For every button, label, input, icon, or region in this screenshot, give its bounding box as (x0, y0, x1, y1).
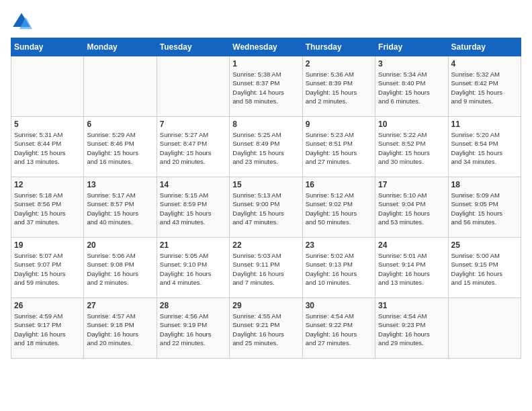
day-info: Sunrise: 5:23 AM Sunset: 8:51 PM Dayligh… (306, 130, 372, 166)
calendar-header: SundayMondayTuesdayWednesdayThursdayFrid… (11, 38, 521, 56)
day-info: Sunrise: 5:05 AM Sunset: 9:10 PM Dayligh… (160, 251, 226, 287)
day-info: Sunrise: 4:55 AM Sunset: 9:21 PM Dayligh… (232, 312, 299, 347)
table-row: 20Sunrise: 5:06 AM Sunset: 9:08 PM Dayli… (84, 238, 157, 298)
table-row: 1Sunrise: 5:38 AM Sunset: 8:37 PM Daylig… (230, 56, 302, 117)
day-info: Sunrise: 5:10 AM Sunset: 9:04 PM Dayligh… (378, 191, 445, 226)
table-row: 2Sunrise: 5:36 AM Sunset: 8:39 PM Daylig… (302, 56, 375, 117)
week-row-2: 5Sunrise: 5:31 AM Sunset: 8:44 PM Daylig… (11, 117, 521, 177)
day-number: 10 (378, 120, 445, 129)
calendar-body: 1Sunrise: 5:38 AM Sunset: 8:37 PM Daylig… (11, 56, 521, 359)
table-row (11, 56, 84, 117)
table-row: 16Sunrise: 5:12 AM Sunset: 9:02 PM Dayli… (302, 177, 375, 238)
day-number: 27 (87, 301, 153, 310)
day-info: Sunrise: 5:17 AM Sunset: 8:57 PM Dayligh… (87, 191, 153, 226)
weekday-header-friday: Friday (375, 38, 448, 56)
table-row: 15Sunrise: 5:13 AM Sunset: 9:00 PM Dayli… (230, 177, 302, 238)
table-row: 5Sunrise: 5:31 AM Sunset: 8:44 PM Daylig… (11, 117, 84, 177)
day-number: 23 (306, 240, 372, 250)
day-info: Sunrise: 5:12 AM Sunset: 9:02 PM Dayligh… (306, 191, 372, 226)
day-number: 12 (14, 180, 81, 189)
day-number: 13 (87, 180, 153, 189)
table-row: 4Sunrise: 5:32 AM Sunset: 8:42 PM Daylig… (448, 56, 521, 117)
logo-icon (11, 11, 32, 32)
day-number: 24 (378, 240, 445, 250)
day-number: 6 (87, 120, 153, 129)
day-info: Sunrise: 5:07 AM Sunset: 9:07 PM Dayligh… (14, 251, 81, 287)
table-row: 26Sunrise: 4:59 AM Sunset: 9:17 PM Dayli… (11, 298, 84, 359)
table-row: 17Sunrise: 5:10 AM Sunset: 9:04 PM Dayli… (375, 177, 448, 238)
day-info: Sunrise: 4:54 AM Sunset: 9:23 PM Dayligh… (378, 312, 445, 347)
day-number: 2 (306, 59, 372, 68)
week-row-5: 26Sunrise: 4:59 AM Sunset: 9:17 PM Dayli… (11, 298, 521, 359)
day-number: 9 (306, 120, 372, 129)
table-row: 18Sunrise: 5:09 AM Sunset: 9:05 PM Dayli… (448, 177, 521, 238)
weekday-header-wednesday: Wednesday (230, 38, 302, 56)
table-row: 21Sunrise: 5:05 AM Sunset: 9:10 PM Dayli… (157, 238, 229, 298)
table-row: 6Sunrise: 5:29 AM Sunset: 8:46 PM Daylig… (84, 117, 157, 177)
table-row: 25Sunrise: 5:00 AM Sunset: 9:15 PM Dayli… (448, 238, 521, 298)
day-number: 7 (160, 120, 226, 129)
day-number: 18 (451, 180, 518, 189)
day-number: 29 (232, 301, 299, 310)
table-row: 12Sunrise: 5:18 AM Sunset: 8:56 PM Dayli… (11, 177, 84, 238)
day-info: Sunrise: 5:32 AM Sunset: 8:42 PM Dayligh… (451, 70, 518, 105)
weekday-header-row: SundayMondayTuesdayWednesdayThursdayFrid… (11, 38, 521, 56)
day-info: Sunrise: 4:54 AM Sunset: 9:22 PM Dayligh… (306, 312, 372, 347)
table-row: 31Sunrise: 4:54 AM Sunset: 9:23 PM Dayli… (375, 298, 448, 359)
day-number: 26 (14, 301, 81, 310)
table-row: 3Sunrise: 5:34 AM Sunset: 8:40 PM Daylig… (375, 56, 448, 117)
day-info: Sunrise: 5:38 AM Sunset: 8:37 PM Dayligh… (232, 70, 299, 105)
table-row: 24Sunrise: 5:01 AM Sunset: 9:14 PM Dayli… (375, 238, 448, 298)
day-number: 3 (378, 59, 445, 68)
table-row: 22Sunrise: 5:03 AM Sunset: 9:11 PM Dayli… (230, 238, 302, 298)
day-info: Sunrise: 5:00 AM Sunset: 9:15 PM Dayligh… (451, 251, 518, 287)
day-number: 5 (14, 120, 81, 129)
day-info: Sunrise: 5:36 AM Sunset: 8:39 PM Dayligh… (306, 70, 372, 105)
weekday-header-thursday: Thursday (302, 38, 375, 56)
day-number: 8 (232, 120, 299, 129)
day-info: Sunrise: 5:25 AM Sunset: 8:49 PM Dayligh… (232, 130, 299, 166)
day-info: Sunrise: 4:59 AM Sunset: 9:17 PM Dayligh… (14, 312, 81, 347)
table-row: 13Sunrise: 5:17 AM Sunset: 8:57 PM Dayli… (84, 177, 157, 238)
day-info: Sunrise: 5:02 AM Sunset: 9:13 PM Dayligh… (306, 251, 372, 287)
day-info: Sunrise: 5:20 AM Sunset: 8:54 PM Dayligh… (451, 130, 518, 166)
day-info: Sunrise: 5:22 AM Sunset: 8:52 PM Dayligh… (378, 130, 445, 166)
day-info: Sunrise: 5:34 AM Sunset: 8:40 PM Dayligh… (378, 70, 445, 105)
day-number: 15 (232, 180, 299, 189)
day-number: 31 (378, 301, 445, 310)
day-info: Sunrise: 5:29 AM Sunset: 8:46 PM Dayligh… (87, 130, 153, 166)
table-row (157, 56, 229, 117)
day-info: Sunrise: 5:15 AM Sunset: 8:59 PM Dayligh… (160, 191, 226, 226)
week-row-3: 12Sunrise: 5:18 AM Sunset: 8:56 PM Dayli… (11, 177, 521, 238)
table-row: 28Sunrise: 4:56 AM Sunset: 9:19 PM Dayli… (157, 298, 229, 359)
day-info: Sunrise: 4:56 AM Sunset: 9:19 PM Dayligh… (160, 312, 226, 347)
day-info: Sunrise: 5:27 AM Sunset: 8:47 PM Dayligh… (160, 130, 226, 166)
week-row-1: 1Sunrise: 5:38 AM Sunset: 8:37 PM Daylig… (11, 56, 521, 117)
table-row: 14Sunrise: 5:15 AM Sunset: 8:59 PM Dayli… (157, 177, 229, 238)
table-row (448, 298, 521, 359)
page-header (11, 11, 521, 32)
table-row: 29Sunrise: 4:55 AM Sunset: 9:21 PM Dayli… (230, 298, 302, 359)
logo (11, 11, 35, 32)
day-info: Sunrise: 5:13 AM Sunset: 9:00 PM Dayligh… (232, 191, 299, 226)
table-row: 7Sunrise: 5:27 AM Sunset: 8:47 PM Daylig… (157, 117, 229, 177)
day-number: 28 (160, 301, 226, 310)
day-info: Sunrise: 5:09 AM Sunset: 9:05 PM Dayligh… (451, 191, 518, 226)
table-row: 27Sunrise: 4:57 AM Sunset: 9:18 PM Dayli… (84, 298, 157, 359)
day-number: 19 (14, 240, 81, 250)
day-info: Sunrise: 5:01 AM Sunset: 9:14 PM Dayligh… (378, 251, 445, 287)
day-info: Sunrise: 5:06 AM Sunset: 9:08 PM Dayligh… (87, 251, 153, 287)
day-number: 16 (306, 180, 372, 189)
day-number: 14 (160, 180, 226, 189)
day-info: Sunrise: 5:31 AM Sunset: 8:44 PM Dayligh… (14, 130, 81, 166)
table-row: 10Sunrise: 5:22 AM Sunset: 8:52 PM Dayli… (375, 117, 448, 177)
table-row (84, 56, 157, 117)
day-number: 20 (87, 240, 153, 250)
table-row: 19Sunrise: 5:07 AM Sunset: 9:07 PM Dayli… (11, 238, 84, 298)
week-row-4: 19Sunrise: 5:07 AM Sunset: 9:07 PM Dayli… (11, 238, 521, 298)
day-number: 30 (306, 301, 372, 310)
table-row: 11Sunrise: 5:20 AM Sunset: 8:54 PM Dayli… (448, 117, 521, 177)
day-info: Sunrise: 5:18 AM Sunset: 8:56 PM Dayligh… (14, 191, 81, 226)
table-row: 23Sunrise: 5:02 AM Sunset: 9:13 PM Dayli… (302, 238, 375, 298)
day-number: 4 (451, 59, 518, 68)
